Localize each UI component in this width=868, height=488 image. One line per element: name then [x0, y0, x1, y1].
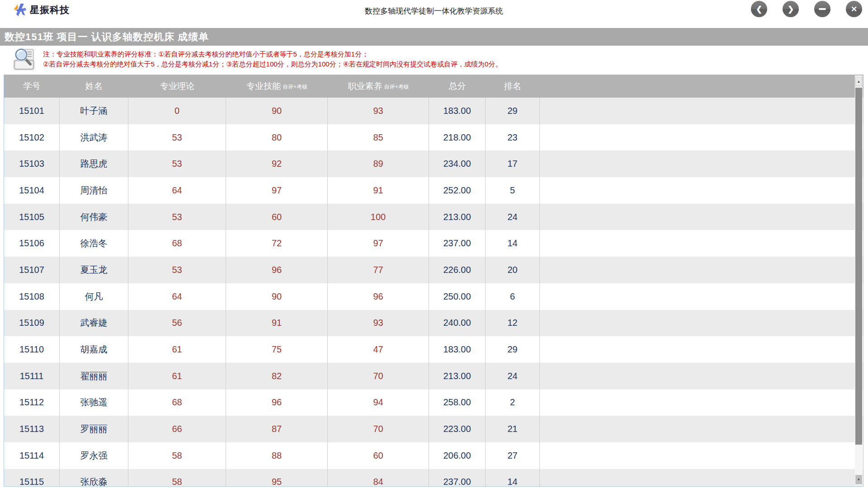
total-score-cell: 252.00 [429, 177, 486, 204]
vertical-scrollbar[interactable]: ▲ ▼ [855, 75, 863, 486]
table-row[interactable]: 15113罗丽丽668770223.0021 [4, 416, 863, 442]
chevron-right-icon: ❯ [788, 5, 794, 13]
theory-score-cell: 64 [128, 283, 226, 310]
rank-cell: 20 [486, 257, 540, 283]
total-score-cell: 183.00 [429, 98, 486, 124]
quality-score-cell: 77 [328, 257, 429, 283]
quality-score-cell: 93 [328, 310, 429, 337]
name-cell: 周清怡 [60, 177, 128, 204]
scroll-down-button[interactable]: ▼ [855, 475, 862, 484]
theory-score-cell: 61 [128, 336, 226, 363]
quality-score-cell: 91 [328, 177, 429, 204]
page-title: 数控151班 项目一 认识多轴数控机床 成绩单 [0, 28, 868, 46]
rank-cell: 14 [486, 469, 540, 487]
theory-score-cell: 53 [128, 204, 226, 230]
name-cell: 路思虎 [60, 150, 128, 177]
scoring-note-line2: ②若自评分减去考核分的绝对值大于5，总分是考核分减1分；③若总分超过100分，则… [43, 59, 502, 69]
skill-score-cell: 88 [226, 442, 328, 469]
student-id-cell: 15101 [4, 98, 60, 124]
student-id-cell: 15105 [4, 204, 60, 230]
table-row[interactable]: 15110胡嘉成617547183.0029 [4, 336, 863, 363]
theory-score-cell: 64 [128, 177, 226, 204]
scoring-note-line1: 注：专业技能和职业素养的评分标准：①若自评分减去考核分的绝对值小于或者等于5，总… [43, 49, 502, 59]
quality-score-cell: 60 [328, 442, 429, 469]
table-body: 15101叶子涵09093183.002915102洪武涛538085218.0… [4, 98, 863, 487]
row-filler [540, 204, 863, 230]
rank-cell: 24 [486, 363, 540, 389]
scroll-up-button[interactable]: ▲ [855, 77, 862, 86]
header-skill[interactable]: 专业技能自评+考核 [226, 75, 328, 98]
quality-score-cell: 70 [328, 416, 429, 442]
quality-score-cell: 96 [328, 283, 429, 310]
student-id-cell: 15104 [4, 177, 60, 204]
table-row[interactable]: 15115张欣淼589584237.0014 [4, 469, 863, 487]
table-row[interactable]: 15103路思虎539289234.0017 [4, 150, 863, 177]
minimize-button[interactable] [814, 1, 830, 17]
header-total[interactable]: 总分 [429, 75, 486, 98]
table-row[interactable]: 15109武睿婕569193240.0012 [4, 310, 863, 337]
skill-score-cell: 96 [226, 389, 328, 416]
system-title: 数控多轴现代学徒制一体化教学资源系统 [0, 6, 868, 16]
name-cell: 叶子涵 [60, 98, 128, 124]
table-row[interactable]: 15105何伟豪5360100213.0024 [4, 204, 863, 230]
name-cell: 张欣淼 [60, 469, 128, 487]
table-row[interactable]: 15102洪武涛538085218.0023 [4, 124, 863, 151]
row-filler [540, 442, 863, 469]
triangle-down-icon: ▼ [857, 478, 861, 482]
student-id-cell: 15115 [4, 469, 60, 487]
rank-cell: 14 [486, 230, 540, 257]
row-filler [540, 257, 863, 283]
total-score-cell: 183.00 [429, 336, 486, 363]
name-cell: 何伟豪 [60, 204, 128, 230]
table-row[interactable]: 15108何凡649096250.006 [4, 283, 863, 310]
header-filler [540, 75, 863, 98]
table-row[interactable]: 15111翟丽丽618270213.0024 [4, 363, 863, 389]
table-row[interactable]: 15104周清怡649791252.005 [4, 177, 863, 204]
name-cell: 罗丽丽 [60, 416, 128, 442]
table-row[interactable]: 15101叶子涵09093183.0029 [4, 98, 863, 124]
total-score-cell: 213.00 [429, 204, 486, 230]
row-filler [540, 469, 863, 487]
row-filler [540, 363, 863, 389]
quality-score-cell: 70 [328, 363, 429, 389]
row-filler [540, 124, 863, 151]
student-id-cell: 15102 [4, 124, 60, 151]
row-filler [540, 416, 863, 442]
theory-score-cell: 53 [128, 257, 226, 283]
table-row[interactable]: 15114罗永强588860206.0027 [4, 442, 863, 469]
header-student-id[interactable]: 学号 [4, 75, 60, 98]
back-button[interactable]: ❮ [751, 1, 767, 17]
student-id-cell: 15111 [4, 363, 60, 389]
table-row[interactable]: 15112张驰遥689694258.002 [4, 389, 863, 416]
forward-button[interactable]: ❯ [783, 1, 799, 17]
scrollbar-thumb[interactable] [855, 88, 862, 445]
total-score-cell: 213.00 [429, 363, 486, 389]
header-quality[interactable]: 职业素养自评+考核 [328, 75, 429, 98]
close-button[interactable]: ✕ [846, 1, 862, 17]
header-name[interactable]: 姓名 [60, 75, 128, 98]
theory-score-cell: 68 [128, 230, 226, 257]
table-row[interactable]: 15106徐浩冬687297237.0014 [4, 230, 863, 257]
rank-cell: 5 [486, 177, 540, 204]
minimize-icon [819, 8, 826, 10]
student-id-cell: 15109 [4, 310, 60, 337]
quality-score-cell: 47 [328, 336, 429, 363]
preview-magnifier-icon[interactable] [11, 48, 37, 72]
header-rank[interactable]: 排名 [486, 75, 540, 98]
skill-score-cell: 97 [226, 177, 328, 204]
theory-score-cell: 56 [128, 310, 226, 337]
student-id-cell: 15108 [4, 283, 60, 310]
table-row[interactable]: 15107夏玉龙539677226.0020 [4, 257, 863, 283]
rank-cell: 29 [486, 336, 540, 363]
name-cell: 洪武涛 [60, 124, 128, 151]
row-filler [540, 230, 863, 257]
header-theory[interactable]: 专业理论 [128, 75, 226, 98]
rank-cell: 17 [486, 150, 540, 177]
rank-cell: 12 [486, 310, 540, 337]
rank-cell: 23 [486, 124, 540, 151]
total-score-cell: 240.00 [429, 310, 486, 337]
window-controls: ❮ ❯ ✕ [751, 1, 862, 17]
total-score-cell: 223.00 [429, 416, 486, 442]
name-cell: 武睿婕 [60, 310, 128, 337]
total-score-cell: 250.00 [429, 283, 486, 310]
